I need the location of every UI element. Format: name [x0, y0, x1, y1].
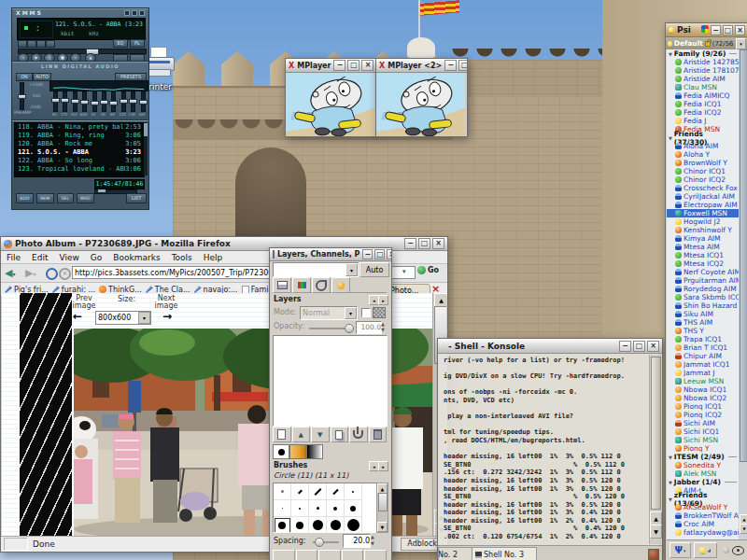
edit-brush-button[interactable]	[273, 550, 295, 560]
eq-band-slider[interactable]	[121, 91, 126, 112]
minimize-button[interactable]: −	[362, 249, 373, 259]
maximize-button[interactable]: □	[723, 25, 733, 35]
tab-channels-icon[interactable]	[292, 277, 311, 293]
opacity-spinbox[interactable]: 100.0	[356, 321, 382, 334]
brush-cell[interactable]	[309, 500, 327, 517]
contact-row[interactable]: Sara Skbmb ICQ1	[667, 293, 739, 301]
contact-row[interactable]: BrokkenTWolf AIM	[667, 511, 739, 520]
contact-row[interactable]: Nbowa ICQ1	[667, 385, 739, 394]
group-header[interactable]: ▼Family (9/26)	[667, 49, 739, 58]
minimize-button[interactable]: −	[404, 238, 416, 249]
contact-row[interactable]: Chinor ICQ2	[667, 175, 739, 184]
gimp-titlebar[interactable]: Layers, Channels, P −□×	[270, 248, 391, 261]
brush-cell[interactable]	[291, 483, 309, 500]
contact-row[interactable]: Crosscheck Fox ...	[667, 184, 739, 192]
duplicate-brush-button[interactable]	[318, 550, 341, 560]
eq-band-slider[interactable]	[102, 91, 106, 112]
eq-band-slider[interactable]	[131, 91, 135, 112]
contact-row[interactable]: Trapa ICQ1	[667, 335, 739, 343]
contact-row[interactable]: Pionq Y	[667, 444, 739, 453]
contact-row[interactable]: Chinor ICQ1	[667, 167, 739, 175]
brush-cell[interactable]	[309, 483, 327, 500]
contact-row[interactable]: Alek MSN	[667, 469, 739, 478]
eq-band-slider[interactable]	[82, 91, 87, 112]
playlist-track[interactable]: 119. ABBA - Ring, ring3:06	[15, 132, 144, 140]
forward-button[interactable]: ▶▾	[25, 267, 35, 279]
contact-row[interactable]: THS Y	[667, 327, 739, 335]
brush-cell[interactable]	[274, 517, 291, 533]
eq-band-slider[interactable]	[111, 91, 116, 112]
brush-cell[interactable]	[327, 483, 345, 500]
url-dropdown-icon[interactable]: ▾	[402, 268, 406, 275]
delete-brush-button[interactable]	[342, 550, 364, 560]
eq-band-slider[interactable]	[53, 91, 58, 112]
brush-cell[interactable]	[291, 517, 309, 533]
anchor-layer-button[interactable]	[349, 427, 368, 442]
brush-grid-scrollbar[interactable]: ▲ ▼	[376, 483, 388, 533]
contact-row[interactable]: BrownWolf Y	[667, 159, 739, 167]
contact-row[interactable]: Mtesa ICQ2	[667, 259, 739, 268]
xmms-fileinfo-button[interactable]	[36, 40, 46, 48]
contact-row[interactable]: Aristide 142785	[667, 58, 739, 66]
brush-cell[interactable]	[345, 500, 362, 517]
spacing-spinbox[interactable]: 20.0	[343, 534, 371, 548]
scrollbar-thumb[interactable]	[651, 357, 661, 510]
new-layer-button[interactable]	[273, 427, 291, 442]
contact-row[interactable]: Pionq ICQ1	[667, 402, 739, 411]
contact-row[interactable]: Prguitarman AIM	[667, 276, 739, 285]
gradient-indicator[interactable]	[306, 444, 323, 459]
playlist-track[interactable]: 123. Tropical loveland - ABBA3:06	[15, 165, 144, 174]
contact-row[interactable]: Rorydedog AIM	[667, 285, 739, 293]
spacing-spinner-icons[interactable]: ▲▼	[371, 534, 374, 546]
brush-cell[interactable]	[327, 500, 345, 517]
brush-cell[interactable]	[327, 517, 345, 533]
playlist-track[interactable]: 120. ABBA - Rock me3:05	[15, 140, 144, 148]
contact-row[interactable]: Sonedita Y	[667, 461, 739, 469]
minimize-button[interactable]: −	[711, 25, 721, 35]
contact-row[interactable]: fatlazydawg@ai...	[667, 528, 739, 537]
scroll-down-icon[interactable]: ▼	[740, 524, 747, 534]
group-header[interactable]: ▼ITESM (2/49)	[667, 453, 739, 461]
eq-band-slider[interactable]	[63, 91, 67, 112]
opacity-spinner-icons[interactable]: ▲▼	[381, 321, 385, 332]
contact-row[interactable]: Fedia J	[667, 117, 739, 125]
prev-arrow-icon[interactable]: ←	[73, 310, 82, 323]
psi-titlebar[interactable]: Psi − □ ×	[666, 23, 747, 37]
maximize-button[interactable]: □	[458, 60, 467, 71]
menu-edit[interactable]: Edit	[32, 253, 48, 262]
contact-row[interactable]: Jammat ICQ1	[667, 360, 739, 369]
xmms-doublesize-button[interactable]	[46, 40, 55, 48]
menu-bookmarks[interactable]: Bookmarks	[113, 253, 160, 262]
maximize-button[interactable]: □	[633, 341, 645, 352]
close-button[interactable]: ×	[647, 341, 659, 352]
maximize-button[interactable]: □	[347, 60, 359, 71]
delete-layer-button[interactable]	[369, 427, 388, 442]
contact-row[interactable]: CyrilJackal AIM	[667, 192, 739, 201]
contact-row[interactable]: Aloha Y	[667, 150, 739, 159]
group-header[interactable]: ▼Friends (37/330)	[667, 133, 739, 142]
tab-shell-3[interactable]: Shell No. 3	[472, 547, 537, 560]
playlist-track[interactable]: 121. S.O.S. - ABBA3:23	[15, 148, 144, 157]
contact-row[interactable]: Foxwell MSN	[667, 209, 739, 217]
maximize-button[interactable]: □	[418, 238, 430, 249]
menu-view[interactable]: View	[60, 253, 79, 262]
eq-band-slider[interactable]	[92, 91, 97, 112]
contact-row[interactable]: Electropaw AIM	[667, 201, 739, 209]
pattern-indicator[interactable]	[289, 444, 306, 459]
offline-bulb-icon[interactable]	[723, 547, 729, 553]
contact-row[interactable]: Sichi AIM	[667, 419, 739, 427]
close-button[interactable]: ×	[432, 238, 444, 249]
menu-tools[interactable]: Tools	[172, 253, 192, 262]
xmms-options-button[interactable]	[18, 40, 27, 48]
minimize-button[interactable]: −	[333, 60, 345, 71]
scrollbar-thumb[interactable]	[740, 49, 747, 462]
lower-layer-button[interactable]: ▼	[311, 427, 330, 442]
contact-row[interactable]: Croc AIM	[667, 520, 739, 528]
raise-layer-button[interactable]: ▲	[292, 427, 311, 442]
opacity-slider-thumb[interactable]	[345, 324, 354, 333]
group-header[interactable]: ▼zFriends (13/69)	[667, 495, 739, 503]
brushes-close-icon[interactable]: ▸	[378, 461, 388, 471]
brush-cell[interactable]	[345, 517, 362, 533]
scroll-up-icon[interactable]: ▲	[650, 511, 662, 525]
contact-row[interactable]: Nerf Coyote AIM	[667, 268, 739, 276]
